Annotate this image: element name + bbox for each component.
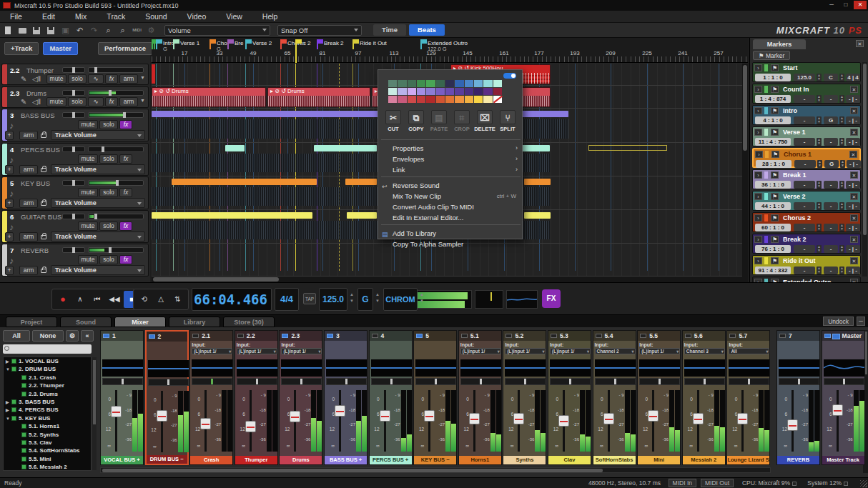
fader-thumb[interactable] — [111, 406, 122, 417]
channel-eq-display[interactable] — [281, 359, 322, 377]
channel-eq-display[interactable] — [595, 359, 636, 377]
scroll-thumb[interactable] — [102, 469, 603, 472]
pan-thumb[interactable] — [659, 379, 661, 384]
arm-button[interactable]: arm — [119, 74, 138, 84]
track-volume-slider[interactable] — [88, 247, 144, 253]
solo-button[interactable]: solo — [68, 74, 87, 84]
marker-key-field[interactable]: - — [824, 95, 838, 103]
record-button[interactable]: ● — [55, 291, 71, 308]
color-swatch[interactable] — [445, 80, 454, 87]
copy-button[interactable]: ⧉COPY — [405, 110, 427, 132]
fader-thumb[interactable] — [335, 405, 345, 417]
marker-tempo-field[interactable]: - — [794, 202, 815, 210]
marker-tempo-field[interactable]: - — [794, 267, 815, 274]
pan-thumb[interactable] — [211, 379, 213, 384]
marker-tempo-field[interactable]: - — [794, 138, 815, 146]
fx-button[interactable]: FX — [542, 289, 561, 308]
channel-label[interactable]: Drums — [280, 456, 322, 464]
solo-button[interactable]: solo — [99, 120, 118, 129]
channel-label[interactable]: Master Track — [822, 456, 864, 464]
fader-thumb[interactable] — [558, 415, 569, 427]
mute-button[interactable]: mute — [78, 120, 98, 129]
spinner-icon[interactable]: ▲ ▼ — [817, 138, 822, 146]
pan-thumb[interactable] — [798, 379, 800, 384]
spinner-icon[interactable]: ▲ ▼ — [839, 181, 844, 189]
menu-item-mix-to-new-clip[interactable]: Mix To New Clipctrl + W — [378, 191, 523, 201]
arm-button[interactable]: arm — [19, 266, 38, 275]
marker-color-swatch[interactable] — [764, 236, 768, 243]
input-select[interactable]: Channel 2 — [595, 348, 636, 354]
channel-eq-display[interactable] — [639, 359, 680, 377]
mixer-channel-2.3[interactable]: 2.3Input:(L)Input 1/0612∞- 9-18-27-36Dru… — [279, 330, 322, 465]
menu-video[interactable]: Video — [177, 11, 217, 23]
fx-button[interactable]: fx — [119, 188, 132, 197]
tree-item-5-2-synths[interactable]: 5.2. Synths — [4, 431, 91, 439]
channel-pan-slider[interactable] — [550, 378, 591, 385]
menu-view[interactable]: View — [216, 11, 252, 23]
marker-timesig-field[interactable]: - | - — [846, 181, 860, 189]
channel-eq-display[interactable] — [729, 359, 769, 377]
marker-color-swatch[interactable] — [764, 171, 768, 179]
scroll-thumb[interactable] — [153, 277, 279, 282]
pan-thumb[interactable] — [122, 379, 124, 384]
color-swatch[interactable] — [408, 96, 416, 103]
fx-button[interactable]: fx — [119, 154, 132, 164]
midi-out-button[interactable]: MIDI Out — [701, 479, 734, 487]
beats-mode-button[interactable]: Beats — [409, 24, 445, 36]
track-automation-select[interactable]: Track Volume — [51, 198, 145, 208]
fader-thumb[interactable] — [200, 418, 211, 429]
color-swatch[interactable] — [408, 80, 416, 87]
solo-button[interactable]: solo — [99, 255, 118, 264]
filter-none-button[interactable]: None — [32, 330, 64, 342]
spinner-icon[interactable]: ▲ ▼ — [839, 138, 844, 146]
fx-button[interactable]: fx — [105, 74, 118, 84]
volume-thumb[interactable] — [109, 247, 112, 253]
tap-tempo-button[interactable]: TAP — [303, 293, 316, 304]
track-pan-slider[interactable] — [62, 180, 85, 186]
tab-project[interactable]: Project — [6, 317, 57, 327]
track-automation-select[interactable]: Track Volume — [51, 164, 145, 174]
tree-item-5-5-mini[interactable]: 5.5. Mini — [4, 455, 91, 463]
color-swatch[interactable] — [398, 80, 406, 87]
color-swatch[interactable] — [436, 80, 445, 87]
mixer-channel-2.1[interactable]: 2.1Input:(L)Input 1/0612∞- 9-18-27-36Cra… — [189, 330, 233, 465]
mute-button[interactable]: mute — [78, 255, 98, 264]
render-icon[interactable]: ▣ — [59, 25, 71, 36]
delete-button[interactable]: ⌧DELETE — [474, 110, 495, 132]
menu-item-envelopes[interactable]: Envelopes› — [378, 154, 523, 164]
close-icon[interactable]: ✕ — [856, 40, 864, 47]
color-swatch[interactable] — [465, 80, 473, 87]
track-volume-slider[interactable] — [88, 67, 144, 73]
clip-color-bar[interactable] — [524, 212, 551, 219]
mixer-channel-5.2[interactable]: 5.2Input:(L)Input 1/0612∞- 9-18-27-36Syn… — [503, 330, 546, 465]
volume-thumb[interactable] — [116, 180, 119, 186]
marker-tempo-field[interactable]: - — [794, 181, 815, 189]
color-swatch[interactable] — [493, 88, 502, 95]
mixer-channel-2[interactable]: 20612∞- 9-18-27-36DRUM BUS − — [145, 330, 189, 465]
channel-pan-slider[interactable] — [237, 378, 277, 385]
channel-label[interactable]: Thumper — [235, 456, 277, 464]
fader-thumb[interactable] — [603, 413, 614, 424]
channel-checkbox[interactable] — [237, 334, 244, 338]
spinner-icon[interactable]: ▲ ▼ — [817, 160, 822, 168]
channel-pan-slider[interactable] — [371, 378, 412, 385]
lock-icon[interactable] — [41, 168, 46, 172]
marker-key-field[interactable]: C — [824, 74, 838, 81]
tab-library[interactable]: Library — [169, 317, 220, 327]
channel-checkbox[interactable] — [505, 334, 512, 338]
input-select[interactable]: (L)Input 1/ — [550, 348, 591, 354]
fader-thumb[interactable] — [513, 413, 524, 424]
midi-in-button[interactable]: MIDI In — [669, 479, 696, 487]
marker-key-field[interactable]: - — [824, 267, 838, 274]
channel-label[interactable]: Clav — [548, 456, 591, 464]
mixer-channel-5[interactable]: 50612∞- 9-18-27-36KEY BUS − — [413, 330, 457, 465]
mixer-hscrollbar[interactable] — [100, 467, 771, 473]
menu-item-convert-audio-clip-to-midi[interactable]: Convert Audio Clip To MIDI — [378, 201, 523, 212]
audio-clip[interactable]: ▸ ⊘ ↺ Drums — [267, 87, 370, 107]
mute-button[interactable]: mute — [78, 154, 98, 164]
marker-timesig-field[interactable]: 4 | 4 — [846, 74, 860, 81]
marker-key-field[interactable]: - — [824, 138, 838, 146]
mixer-channel-5.3[interactable]: 5.3Input:(L)Input 1/0612∞- 9-18-27-36Cla… — [548, 330, 591, 465]
volume-thumb[interactable] — [94, 67, 97, 73]
color-swatch[interactable] — [388, 88, 397, 95]
